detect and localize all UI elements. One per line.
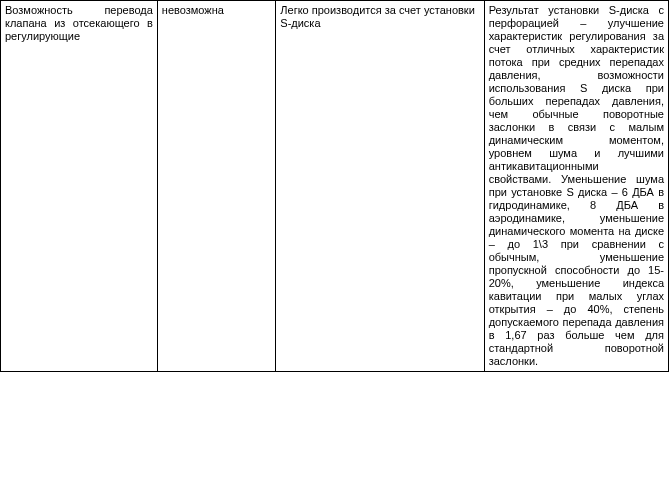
cell-value-3: Результат установки S-диска с перфорацие… <box>484 1 668 372</box>
cell-value-2: Легко производится за счет установки S-д… <box>276 1 484 372</box>
comparison-table: Возможность перевода клапана из отсекающ… <box>0 0 669 372</box>
table-row: Возможность перевода клапана из отсекающ… <box>1 1 669 372</box>
cell-value-1: невозможна <box>157 1 275 372</box>
cell-parameter: Возможность перевода клапана из отсекающ… <box>1 1 158 372</box>
